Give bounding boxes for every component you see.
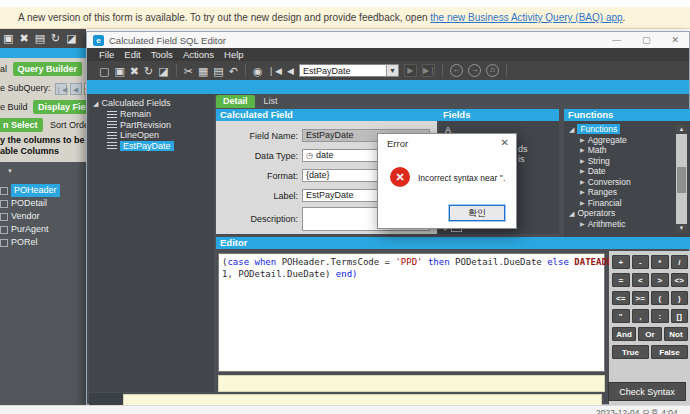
previous-subquery-icon[interactable]: ◀ [70, 83, 82, 95]
tab-list[interactable]: List [259, 95, 283, 108]
keypad-lessequal-button[interactable]: <= [612, 291, 630, 305]
undo-icon[interactable]: ↶ [229, 65, 238, 77]
chevron-down-icon[interactable]: ▼ [386, 65, 398, 76]
paste-icon[interactable]: ▤ [35, 33, 45, 44]
tree-item-lineopen[interactable]: LineOpen [89, 130, 214, 141]
functions-group-string[interactable]: ▶String [564, 156, 690, 167]
keypad-quote-button[interactable]: " [612, 309, 630, 323]
baq-app-link[interactable]: the new Business Activity Query (BAQ) ap… [430, 12, 622, 23]
save-icon[interactable]: ▣ [3, 33, 13, 44]
tree-collapsed-icon[interactable]: ▶ [580, 168, 585, 174]
ok-button[interactable]: 확인 [449, 205, 505, 221]
menu-edit[interactable]: Edit [124, 49, 140, 60]
keypad-false-button[interactable]: False [651, 345, 688, 359]
search-icon[interactable]: ◉ [253, 65, 263, 77]
tree-expanded-icon[interactable]: ◢ [93, 100, 98, 107]
copy-icon[interactable]: ▦ [198, 65, 208, 77]
keypad-and-button[interactable]: And [612, 327, 636, 341]
refresh-icon[interactable]: ↻ [51, 33, 60, 44]
table-row[interactable]: PODetail [0, 197, 86, 210]
menu-actions[interactable]: Actions [183, 49, 214, 60]
keypad-minus-button[interactable]: - [632, 255, 650, 269]
tree-collapsed-icon[interactable]: ▶ [580, 189, 585, 195]
keypad-greater-button[interactable]: > [651, 273, 669, 287]
keypad-not-button[interactable]: Not [664, 327, 688, 341]
tab-phrase-build-partial[interactable]: e Build [0, 102, 28, 112]
keypad-less-button[interactable]: < [632, 273, 650, 287]
tab-query-builder[interactable]: Query Builder [13, 62, 83, 76]
clear-icon[interactable]: ◪ [66, 33, 76, 44]
title-bar[interactable]: e Calculated Field SQL Editor — ▢ ✕ [87, 32, 689, 48]
functions-group-financial[interactable]: ▶Financial [564, 198, 690, 209]
functions-root[interactable]: ◢Functions [564, 124, 690, 135]
tree-item-estpaydate[interactable]: EstPayDate [89, 141, 214, 152]
menu-tools[interactable]: Tools [151, 49, 173, 60]
tree-item-partrevision[interactable]: PartRevision [89, 120, 214, 131]
keypad-colon-button[interactable]: : [651, 309, 669, 323]
scroll-down-icon[interactable]: ▼ [676, 224, 687, 233]
last-record-icon[interactable]: ▶❘ [422, 64, 435, 77]
close-icon[interactable]: ✕ [671, 35, 679, 45]
scrollbar-thumb[interactable] [677, 167, 686, 193]
tree-collapsed-icon[interactable]: ▶ [580, 158, 585, 164]
functions-group-conversion[interactable]: ▶Conversion [564, 177, 690, 188]
tab-detail[interactable]: Detail [216, 95, 255, 108]
paste-icon[interactable]: ▤ [213, 65, 223, 77]
table-row[interactable]: PurAgent [0, 223, 86, 236]
tree-collapsed-icon[interactable]: ▶ [580, 137, 585, 143]
functions-group-date[interactable]: ▶Date [564, 166, 690, 177]
tree-expanded-icon[interactable]: ◢ [569, 126, 574, 133]
keypad-divide-button[interactable]: / [671, 255, 689, 269]
refresh-icon[interactable]: ↻ [144, 65, 153, 77]
menu-help[interactable]: Help [224, 49, 244, 60]
previous-record-icon[interactable]: ◀ [287, 65, 294, 77]
tab-column-select-partial[interactable]: n Select [0, 118, 43, 132]
keypad-brackets-button[interactable]: [] [671, 309, 689, 323]
scroll-up-icon[interactable]: ▲ [676, 125, 687, 134]
clear-icon[interactable]: ◪ [158, 65, 168, 77]
tree-collapsed-icon[interactable]: ▶ [580, 200, 585, 206]
tree-expanded-icon[interactable]: ◢ [569, 210, 574, 217]
keypad-notequal-button[interactable]: <> [671, 273, 689, 287]
next-record-icon[interactable]: ▶ [404, 64, 417, 77]
menu-file[interactable]: File [99, 49, 114, 60]
functions-group-math[interactable]: ▶Math [564, 145, 690, 156]
save-icon[interactable]: ▣ [114, 65, 124, 77]
functions-scrollbar[interactable]: ▲ ▼ [676, 125, 687, 233]
keypad-greaterequal-button[interactable]: >= [632, 291, 650, 305]
delete-icon[interactable]: ✖ [130, 65, 139, 77]
operators-root[interactable]: ◢Operators [564, 208, 690, 219]
navigate-back-icon[interactable]: ← [450, 64, 463, 77]
tree-collapsed-icon[interactable]: ▶ [580, 179, 585, 185]
chevron-down-icon[interactable]: ▼ [7, 168, 13, 174]
first-record-icon[interactable]: ❘◀ [268, 65, 282, 77]
keypad-openparen-button[interactable]: ( [651, 291, 669, 305]
tree-item-remain[interactable]: Remain [89, 109, 214, 120]
delete-icon[interactable]: ✖ [19, 33, 28, 44]
close-icon[interactable]: ✕ [501, 137, 509, 148]
error-dialog-titlebar[interactable]: Error ✕ [378, 134, 516, 152]
tree-collapsed-icon[interactable]: ▶ [580, 147, 585, 153]
check-syntax-button[interactable]: Check Syntax [608, 382, 686, 401]
cut-icon[interactable]: ✂ [184, 65, 193, 77]
tab-general-partial[interactable]: al [0, 64, 7, 74]
functions-group-aggregate[interactable]: ▶Aggregate [564, 135, 690, 146]
navigate-forward-icon[interactable]: → [468, 64, 481, 77]
keypad-plus-button[interactable]: + [612, 255, 630, 269]
keypad-comma-button[interactable]: , [632, 309, 650, 323]
record-combo[interactable]: EstPayDate ▼ [299, 64, 399, 77]
keypad-or-button[interactable]: Or [638, 327, 662, 341]
home-icon[interactable]: ⌂ [486, 64, 499, 77]
first-subquery-icon[interactable]: ❘◀ [55, 83, 67, 95]
operators-group-arithmetic[interactable]: ▶Arithmetic [564, 219, 690, 230]
keypad-equals-button[interactable]: = [612, 273, 630, 287]
table-row[interactable]: PORel [0, 236, 86, 249]
minimize-icon[interactable]: — [612, 35, 621, 45]
keypad-multiply-button[interactable]: * [651, 255, 669, 269]
tree-root-calculated-fields[interactable]: ◢ Calculated Fields [89, 94, 214, 109]
table-row[interactable]: Vendor [0, 210, 86, 223]
table-row[interactable]: POHeader [0, 184, 86, 197]
functions-group-ranges[interactable]: ▶Ranges [564, 187, 690, 198]
keypad-closeparen-button[interactable]: ) [671, 291, 689, 305]
sql-editor-input[interactable]: (case when POHeader.TermsCode = 'PPD' th… [218, 253, 605, 372]
